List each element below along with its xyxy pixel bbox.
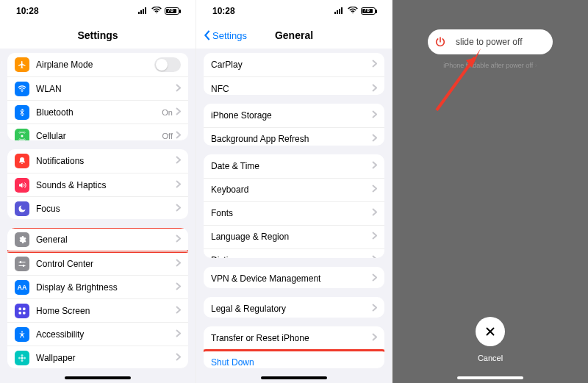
- settings-row-wlan[interactable]: WLAN: [7, 76, 188, 100]
- svg-point-16: [21, 331, 23, 332]
- wifi-icon: [348, 6, 358, 16]
- bluetooth-icon: [15, 105, 29, 120]
- row-label: iPhone Storage: [211, 110, 372, 121]
- row-label: Legal & Regulatory: [211, 304, 372, 314]
- chevron-right-icon: [176, 204, 181, 214]
- row-label: Language & Region: [211, 232, 372, 242]
- svg-point-20: [18, 357, 21, 359]
- cancel-label: Cancel: [478, 354, 503, 362]
- chevron-right-icon: [372, 304, 377, 314]
- settings-row-display-brightness[interactable]: AADisplay & Brightness: [7, 275, 188, 298]
- signal-icon: [334, 6, 345, 16]
- battery-icon: 78: [165, 7, 179, 15]
- general-row-date-time[interactable]: Date & Time: [204, 154, 384, 178]
- svg-point-18: [21, 354, 24, 357]
- general-row-vpn-device-management[interactable]: VPN & Device Management: [204, 267, 384, 287]
- status-bar: 10:28 78: [0, 0, 196, 22]
- settings-row-airplane-mode[interactable]: Airplane Mode: [7, 53, 188, 76]
- power-off-slider[interactable]: slide to power off: [428, 29, 553, 54]
- chevron-right-icon: [176, 84, 181, 94]
- signal-icon: [138, 6, 148, 16]
- home-indicator[interactable]: [65, 376, 131, 379]
- general-row-language-region[interactable]: Language & Region: [204, 225, 384, 248]
- wifi-icon: [15, 82, 29, 96]
- svg-rect-13: [23, 307, 26, 310]
- cancel-button[interactable]: [476, 317, 505, 346]
- settings-screen: 10:28 78 Settings Airplane ModeWLANBluet…: [0, 0, 196, 383]
- row-label: Shut Down: [211, 357, 377, 368]
- chevron-right-icon: [176, 306, 181, 316]
- settings-row-bluetooth[interactable]: BluetoothOn: [7, 100, 188, 124]
- general-row-transfer-or-reset-iphone[interactable]: Transfer or Reset iPhone: [204, 326, 384, 350]
- row-value: Off: [162, 132, 173, 140]
- power-icon[interactable]: [431, 32, 450, 51]
- row-label: Notifications: [36, 156, 176, 166]
- svg-point-17: [21, 357, 24, 359]
- nav-bar: Settings General: [196, 22, 392, 49]
- svg-rect-3: [145, 7, 146, 14]
- flower-icon: [15, 351, 29, 365]
- svg-point-21: [24, 357, 26, 359]
- status-right: 78: [138, 6, 179, 16]
- settings-row-notifications[interactable]: Notifications: [7, 149, 188, 173]
- svg-rect-29: [341, 7, 343, 14]
- switches-icon: [15, 257, 29, 271]
- chevron-right-icon: [372, 255, 377, 258]
- row-label: Background App Refresh: [211, 134, 372, 144]
- chevron-right-icon: [372, 333, 377, 343]
- general-row-dictionary[interactable]: Dictionary: [204, 248, 384, 259]
- settings-row-accessibility[interactable]: Accessibility: [7, 322, 188, 346]
- nav-title: Settings: [77, 29, 118, 41]
- chevron-right-icon: [372, 273, 377, 284]
- settings-row-wallpaper[interactable]: Wallpaper: [7, 346, 188, 368]
- general-row-carplay[interactable]: CarPlay: [204, 53, 384, 76]
- chevron-right-icon: [372, 208, 377, 218]
- row-label: General: [36, 235, 176, 245]
- settings-row-sounds-haptics[interactable]: Sounds & Haptics: [7, 173, 188, 196]
- svg-rect-14: [19, 312, 22, 315]
- airplane-icon: [15, 57, 29, 72]
- nav-bar: Settings: [0, 22, 196, 49]
- row-label: Focus: [36, 204, 176, 214]
- row-label: Control Center: [36, 259, 176, 269]
- home-indicator[interactable]: [261, 376, 327, 379]
- row-label: CarPlay: [211, 60, 372, 70]
- power-off-screen: slide to power off iPhone findable after…: [392, 0, 588, 383]
- row-label: Accessibility: [36, 329, 176, 340]
- row-label: Sounds & Haptics: [36, 180, 176, 190]
- general-row-legal-regulatory[interactable]: Legal & Regulatory: [204, 297, 384, 318]
- chevron-right-icon: [372, 84, 377, 94]
- chevron-right-icon: [372, 232, 377, 242]
- bell-icon: [15, 154, 29, 168]
- grid-icon: [15, 304, 29, 318]
- speaker-icon: [15, 178, 29, 193]
- chevron-right-icon: [176, 180, 181, 190]
- svg-rect-27: [337, 10, 338, 14]
- home-indicator[interactable]: [457, 376, 523, 379]
- general-row-keyboard[interactable]: Keyboard: [204, 178, 384, 201]
- general-list[interactable]: CarPlayNFCiPhone StorageBackground App R…: [196, 49, 392, 383]
- status-time: 10:28: [16, 6, 39, 16]
- row-label: NFC: [211, 84, 372, 94]
- settings-row-cellular[interactable]: CellularOff: [7, 124, 188, 140]
- row-label: Fonts: [211, 208, 372, 218]
- aA-icon: AA: [15, 280, 29, 295]
- annotation-arrow: [429, 44, 488, 118]
- toggle[interactable]: [154, 57, 181, 72]
- settings-row-home-screen[interactable]: Home Screen: [7, 298, 188, 322]
- back-button[interactable]: Settings: [202, 30, 247, 41]
- general-row-nfc[interactable]: NFC: [204, 76, 384, 95]
- chevron-right-icon: [176, 235, 181, 245]
- general-row-fonts[interactable]: Fonts: [204, 201, 384, 225]
- nav-title: General: [275, 29, 313, 41]
- settings-row-focus[interactable]: Focus: [7, 196, 188, 219]
- row-label: Date & Time: [211, 161, 372, 171]
- accessibility-icon: [15, 327, 29, 342]
- general-row-shut-down[interactable]: Shut Down: [204, 350, 384, 368]
- general-row-iphone-storage[interactable]: iPhone Storage: [204, 104, 384, 127]
- settings-row-control-center[interactable]: Control Center: [7, 251, 188, 275]
- general-row-background-app-refresh[interactable]: Background App Refresh: [204, 127, 384, 146]
- chevron-right-icon: [176, 131, 181, 141]
- settings-row-general[interactable]: General: [7, 228, 188, 251]
- settings-list[interactable]: Airplane ModeWLANBluetoothOnCellularOffP…: [0, 49, 196, 383]
